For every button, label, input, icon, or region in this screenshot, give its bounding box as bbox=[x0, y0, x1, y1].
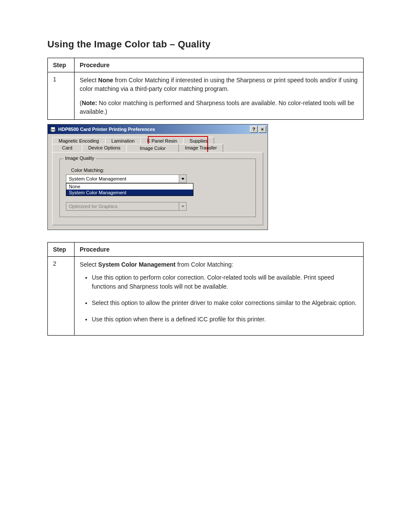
note-bold: Note: bbox=[82, 100, 97, 106]
groupbox-label: Image Quality bbox=[63, 156, 96, 161]
color-matching-label: Color Matching: bbox=[71, 168, 249, 173]
note-text: No color matching is performed and Sharp… bbox=[80, 100, 354, 115]
list-item: Use this option when there is a defined … bbox=[92, 315, 358, 324]
proc2-bold1: System Color Management bbox=[98, 261, 176, 268]
table-row: Step Procedure bbox=[48, 58, 364, 72]
th-proc: Procedure bbox=[75, 243, 364, 257]
option-system-color-management[interactable]: System Color Management bbox=[66, 190, 193, 196]
tab-panel: Image Quality Color Matching: System Col… bbox=[52, 152, 263, 225]
tab-k-panel-resin[interactable]: K Panel Resin bbox=[140, 137, 184, 144]
list-item: Use this option to perform color correct… bbox=[92, 273, 358, 291]
proc-bold: None bbox=[98, 77, 113, 84]
tab-magnetic-encoding[interactable]: Magnetic Encoding bbox=[52, 137, 106, 144]
td-proc: Select None from Color Matching if inter… bbox=[75, 72, 364, 120]
th-step: Step bbox=[48, 243, 75, 257]
color-matching-dropdown[interactable]: None System Color Management bbox=[66, 183, 193, 196]
optimized-combo: Optimized for Graphics bbox=[66, 202, 187, 211]
tab-supplies[interactable]: Supplies bbox=[183, 137, 214, 144]
svg-rect-2 bbox=[51, 130, 55, 132]
close-button[interactable]: × bbox=[258, 126, 266, 133]
color-matching-combo[interactable]: System Color Management None System Colo… bbox=[66, 174, 187, 183]
tab-image-color[interactable]: Image Color bbox=[126, 144, 179, 152]
proc2-lead1: Select bbox=[80, 261, 98, 268]
titlebar: HDP8500 Card Printer Printing Preference… bbox=[48, 124, 268, 134]
table-row: 2 Select System Color Management from Co… bbox=[48, 257, 364, 335]
table-1: Step Procedure 1 Select None from Color … bbox=[47, 58, 364, 120]
proc-tail: from Color Matching if interested in usi… bbox=[80, 77, 358, 92]
svg-marker-3 bbox=[181, 178, 184, 180]
proc-lead: Select bbox=[80, 77, 98, 84]
svg-marker-4 bbox=[181, 205, 184, 208]
td-step: 2 bbox=[48, 257, 75, 335]
proc2-tail1: from Color Matching: bbox=[176, 261, 234, 268]
tab-device-options[interactable]: Device Options bbox=[82, 144, 127, 152]
chevron-down-icon[interactable] bbox=[179, 175, 186, 183]
chevron-down-icon bbox=[179, 202, 186, 210]
help-button[interactable]: ? bbox=[250, 126, 258, 133]
dialog-title: HDP8500 Card Printer Printing Preference… bbox=[58, 127, 249, 132]
table-2: Step Procedure 2 Select System Color Man… bbox=[47, 242, 364, 335]
table-row: Step Procedure bbox=[48, 243, 364, 257]
tab-card[interactable]: Card bbox=[52, 144, 82, 152]
list-item: Select this option to allow the printer … bbox=[92, 299, 358, 307]
optimized-combo-value: Optimized for Graphics bbox=[66, 204, 179, 209]
combo-value: System Color Management bbox=[66, 176, 179, 181]
tab-lamination[interactable]: Lamination bbox=[105, 137, 141, 144]
image-quality-groupbox: Image Quality Color Matching: System Col… bbox=[59, 159, 256, 217]
preferences-dialog: HDP8500 Card Printer Printing Preference… bbox=[47, 124, 268, 230]
section-title: Using the Image Color tab – Quality bbox=[47, 39, 364, 50]
tab-image-transfer[interactable]: Image Transfer bbox=[178, 144, 223, 152]
td-proc: Select System Color Management from Colo… bbox=[75, 257, 364, 335]
td-step: 1 bbox=[48, 72, 75, 120]
th-proc: Procedure bbox=[75, 58, 364, 72]
printer-icon bbox=[50, 126, 56, 133]
option-none[interactable]: None bbox=[66, 184, 193, 190]
th-step: Step bbox=[48, 58, 75, 72]
table-row: 1 Select None from Color Matching if int… bbox=[48, 72, 364, 120]
